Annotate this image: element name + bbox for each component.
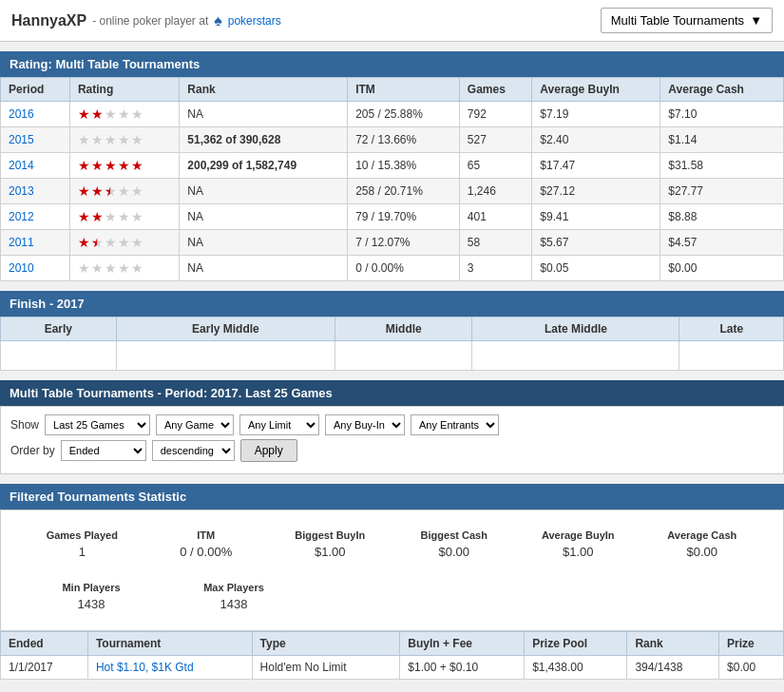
col-avg-buyin: Average BuyIn — [532, 78, 660, 102]
stat-label: Games Played — [24, 529, 141, 541]
stat-value: 1 — [24, 545, 141, 559]
stat-item: Average Cash$0.00 — [641, 522, 765, 567]
stat-label: Average Cash — [644, 529, 761, 541]
col-prize-pool: Prize Pool — [525, 632, 627, 656]
page-header: HannyaXP - online poker player at ♠ poke… — [0, 0, 784, 42]
stat-value: 1438 — [24, 597, 159, 611]
col-late-middle: Late Middle — [472, 317, 679, 341]
stat-value: 0 / 0.00% — [148, 545, 265, 559]
cell-games: 401 — [459, 204, 532, 230]
col-period: Period — [1, 78, 70, 102]
cell-avg-cash: $7.10 — [660, 102, 784, 127]
cell-avg-buyin: $27.12 — [532, 179, 660, 204]
rating-table-row: 2016 ★★★★★ NA 205 / 25.88% 792 $7.19 $7.… — [1, 102, 784, 127]
finish-table: Early Early Middle Middle Late Middle La… — [0, 317, 784, 371]
stat-value: $1.00 — [520, 545, 637, 559]
cell-ended: 1/1/2017 — [1, 656, 88, 680]
cell-games: 3 — [459, 256, 532, 281]
tournament-link[interactable]: Hot $1.10, $1K Gtd — [96, 661, 194, 674]
rating-table-header-row: Period Rating Rank ITM Games Average Buy… — [1, 78, 784, 102]
tournaments-table: Ended Tournament Type BuyIn + Fee Prize … — [0, 631, 784, 680]
cell-rank: NA — [180, 204, 348, 230]
cell-rank: NA — [180, 102, 348, 127]
stats-grid-row2: Min Players1438Max Players1438 — [20, 574, 764, 619]
col-rank: Rank — [180, 78, 348, 102]
stat-item: Biggest Cash$0.00 — [392, 522, 517, 567]
limit-select[interactable]: Any Limit No Limit Pot Limit Fixed Limit — [239, 414, 319, 435]
cell-avg-buyin: $0.05 — [532, 256, 660, 281]
filter-row-2: Order by Ended Tournament Type BuyIn + F… — [10, 439, 774, 462]
buyin-select[interactable]: Any Buy-In — [325, 414, 405, 435]
cell-itm: 79 / 19.70% — [348, 204, 460, 230]
rating-table: Period Rating Rank ITM Games Average Buy… — [0, 77, 784, 281]
col-tournament: Tournament — [87, 632, 252, 656]
cell-rank: NA — [180, 256, 348, 281]
tournaments-header-row: Ended Tournament Type BuyIn + Fee Prize … — [1, 632, 784, 656]
period-link[interactable]: 2015 — [9, 133, 34, 146]
cell-period: 2015 — [1, 127, 70, 153]
rating-table-row: 2014 ★★★★★ 200,299 of 1,582,749 10 / 15.… — [1, 153, 784, 179]
cell-itm: 7 / 12.07% — [348, 230, 460, 256]
cell-period: 2010 — [1, 256, 70, 281]
show-select[interactable]: Last 25 Games Last 50 Games Last 100 Gam… — [45, 414, 150, 435]
category-dropdown-label: Multi Table Tournaments — [611, 13, 744, 28]
rating-table-row: 2010 ★★★★★ NA 0 / 0.00% 3 $0.05 $0.00 — [1, 256, 784, 281]
chevron-down-icon: ▼ — [750, 13, 762, 28]
header-description: - online poker player at — [92, 14, 208, 28]
period-link[interactable]: 2016 — [9, 107, 34, 121]
stat-label: Min Players — [24, 582, 159, 593]
stats-grid-row1: Games Played1ITM0 / 0.00%Biggest BuyIn$1… — [20, 522, 764, 567]
col-early: Early — [1, 317, 117, 341]
cell-itm: 10 / 15.38% — [348, 153, 460, 179]
stat-item: Games Played1 — [20, 522, 144, 567]
finish-section-header: Finish - 2017 — [0, 291, 784, 317]
finish-table-data-row — [1, 341, 784, 371]
period-link[interactable]: 2010 — [9, 261, 34, 275]
cell-avg-cash: $4.57 — [660, 230, 784, 256]
cell-rank: 51,362 of 390,628 — [180, 127, 348, 153]
period-link[interactable]: 2011 — [9, 236, 34, 249]
stat-value: $0.00 — [644, 545, 761, 559]
cell-rank: NA — [180, 230, 348, 256]
rating-table-row: 2015 ★★★★★ 51,362 of 390,628 72 / 13.66%… — [1, 127, 784, 153]
cell-games: 1,246 — [459, 179, 532, 204]
col-games: Games — [459, 78, 532, 102]
stat-label: Biggest Cash — [396, 529, 513, 541]
category-dropdown[interactable]: Multi Table Tournaments ▼ — [601, 8, 773, 33]
stat-item: Min Players1438 — [20, 574, 163, 619]
rating-table-row: 2011 ★★★★★★ NA 7 / 12.07% 58 $5.67 $4.57 — [1, 230, 784, 256]
col-late: Late — [679, 317, 784, 341]
stat-value: $1.00 — [272, 545, 389, 559]
stat-item: ITM0 / 0.00% — [144, 522, 269, 567]
entrants-select[interactable]: Any Entrants — [411, 414, 499, 435]
order-select[interactable]: Ended Tournament Type BuyIn + Fee Prize … — [61, 440, 146, 461]
period-link[interactable]: 2012 — [9, 210, 34, 223]
cell-games: 58 — [459, 230, 532, 256]
col-itm: ITM — [348, 78, 460, 102]
stat-value: $0.00 — [396, 545, 513, 559]
cell-avg-buyin: $2.40 — [532, 127, 660, 153]
col-middle: Middle — [335, 317, 472, 341]
stat-label: Biggest BuyIn — [272, 529, 389, 541]
period-link[interactable]: 2014 — [9, 159, 34, 172]
cell-rank: 200,299 of 1,582,749 — [180, 153, 348, 179]
cell-tournament: Hot $1.10, $1K Gtd — [87, 656, 252, 680]
direction-select[interactable]: descending ascending — [152, 440, 235, 461]
cell-avg-cash: $8.88 — [660, 204, 784, 230]
cell-avg-buyin: $17.47 — [532, 153, 660, 179]
col-ended: Ended — [1, 632, 88, 656]
cell-avg-buyin: $5.67 — [532, 230, 660, 256]
cell-prize: $0.00 — [719, 656, 784, 680]
period-link[interactable]: 2013 — [9, 184, 34, 198]
site-link[interactable]: pokerstars — [228, 14, 281, 28]
cell-avg-cash: $0.00 — [660, 256, 784, 281]
cell-avg-cash: $1.14 — [660, 127, 784, 153]
cell-itm: 258 / 20.71% — [348, 179, 460, 204]
cell-period: 2011 — [1, 230, 70, 256]
apply-button[interactable]: Apply — [240, 439, 297, 462]
header-left: HannyaXP - online poker player at ♠ poke… — [11, 12, 281, 29]
cell-rating: ★★★★★★ — [69, 230, 179, 256]
stat-label: Average BuyIn — [520, 529, 637, 541]
game-select[interactable]: Any Game Hold'em Omaha — [156, 414, 234, 435]
stat-label: ITM — [148, 529, 265, 541]
